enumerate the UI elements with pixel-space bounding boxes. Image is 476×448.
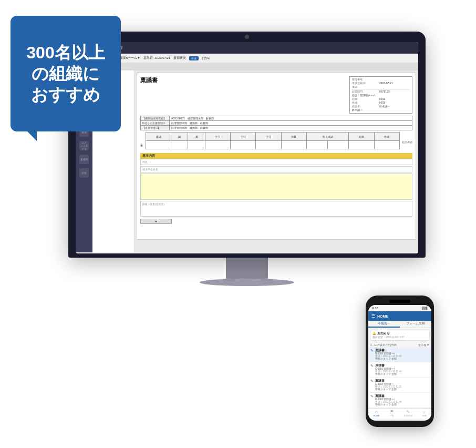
phone-bottom-nav: ⌂ HOME ☰ 一覧 ✎ 申請作成 ⌕ 検索 bbox=[368, 408, 431, 419]
status-badge: 作成 bbox=[189, 56, 199, 60]
ap-h5: 主任 bbox=[230, 133, 255, 141]
notes-field[interactable]: 特大不会付名 bbox=[140, 166, 412, 172]
monitor-stand-base bbox=[200, 279, 294, 286]
doc-meta-apply: 起票: k001 bbox=[352, 97, 410, 100]
list-item-0-title: 稟議書 bbox=[375, 349, 429, 352]
detail-notes: 詳細（任意/任意項） bbox=[140, 201, 412, 217]
content-textarea[interactable] bbox=[140, 174, 412, 200]
badge-line2: の組織に bbox=[32, 63, 100, 84]
phone-nav-search[interactable]: ⌕ 検索 bbox=[422, 410, 427, 417]
meta-date-value: 2023-07-21 bbox=[379, 82, 393, 85]
title-field[interactable]: 件名 | bbox=[140, 159, 412, 165]
ap-b5 bbox=[230, 141, 255, 149]
list-item-1-person: 管轄スタッフ 全部 bbox=[375, 373, 429, 375]
home-label: HOME bbox=[374, 414, 380, 417]
doc-meta-deptno: 起票部門: 8071123 bbox=[352, 90, 410, 93]
title-field-value: | bbox=[150, 160, 150, 164]
list-item-1-title: 見積書 bbox=[375, 364, 429, 368]
phone-notice: 🔔 お知らせ 最終更新：2022-12-06 14:57 bbox=[370, 330, 430, 341]
phone-notice-date: 最終更新：2022-12-06 14:57 bbox=[372, 336, 427, 339]
ap-b7 bbox=[281, 141, 306, 149]
meta-apply-label: 起票: bbox=[352, 97, 378, 100]
ap-b2 bbox=[171, 141, 188, 149]
scroll-indicator[interactable]: ▼ bbox=[140, 219, 172, 224]
meta-team-value: 担当：部課積チーム bbox=[352, 94, 376, 97]
ap-b3 bbox=[188, 141, 205, 149]
sidebar-share2-icon[interactable]: 共有 bbox=[79, 168, 89, 178]
meta-apply-value: k001 bbox=[379, 97, 385, 100]
doc-tabs: 基本と付付情 添付 bbox=[76, 63, 418, 70]
sidebar-icon-label8: 共有 bbox=[81, 171, 87, 175]
list-item-2-content: 稟議書 G-1363 管理者ー 申請：2022-11-12 13:01 管轄スタ… bbox=[375, 379, 429, 391]
doc-meta-person: 担当者: 鈴木誠一 bbox=[352, 105, 410, 108]
phone-nav-home[interactable]: ⌂ HOME bbox=[374, 410, 380, 417]
approval-section: 査査 稟議 認 稟 主任 主任 主任 bbox=[140, 132, 412, 151]
meta-person-label: 担当者: bbox=[352, 105, 378, 108]
list-item-0-content: 稟議書 G-1363 管理者ーi 申請：2022-11-12 13:44 管轄ス… bbox=[375, 349, 429, 360]
info-value-1: ABC-00001 経理管理本部 財務部 bbox=[170, 116, 412, 121]
phone-tabs: 今報告一 フォーム取得 bbox=[368, 321, 431, 328]
meta-date-label: 申請登録日: bbox=[352, 82, 378, 85]
phone-status-bar: 14:57 ▌▌▌ bbox=[368, 305, 431, 311]
info-row-2: D社との文書管理·2 経理管理本部 財務部 経財部 bbox=[141, 121, 412, 126]
status-field: 書類状況 bbox=[173, 56, 186, 60]
meta-approval-label: 承認: bbox=[352, 85, 378, 88]
ap-h9: 起票 bbox=[349, 133, 374, 141]
info-row-3: 【文書管理·2】 経理管理本部 財務部 経財部 bbox=[141, 126, 412, 130]
phone-list-item-0[interactable]: ✎ 稟議書 G-1363 管理者ーi 申請：2022-11-12 13:44 管… bbox=[368, 347, 431, 362]
detail-notes-label: 詳細（任意/任意項） bbox=[142, 202, 166, 206]
doc-meta-create: 作成: k001 bbox=[352, 101, 410, 104]
phone-signal: ▌▌▌ bbox=[422, 307, 428, 310]
phone-menu-icon[interactable]: ☰ bbox=[371, 314, 375, 319]
doc-meta-team: 担当：部課積チーム bbox=[352, 94, 410, 97]
list-item-3-person: 管轄スタッフ 全部 bbox=[375, 403, 429, 406]
meta-create-label: 作成: bbox=[352, 101, 378, 104]
doc-title-row: 稟議書 管理番号: 申請登録日: 2023-07-21 bbox=[140, 76, 412, 114]
sidebar-bookmark-icon[interactable]: 直接照 bbox=[79, 155, 89, 164]
promo-badge: 300名以上 の組織に おすすめ bbox=[11, 16, 121, 131]
phone-time: 14:57 bbox=[371, 307, 378, 310]
ap-h6: 主任 bbox=[256, 133, 281, 141]
phone-screen: 14:57 ▌▌▌ ☰ HOME 今報告一 フォーム取得 🔔 bbox=[368, 305, 431, 421]
ap-b9 bbox=[328, 141, 349, 149]
phone-app-header: ☰ HOME bbox=[368, 311, 431, 321]
sidebar-comment-icon[interactable]: コメント&メモ bbox=[79, 141, 89, 150]
phone-nav-list[interactable]: ☰ 一覧 bbox=[390, 410, 394, 417]
approval-body-row1 bbox=[146, 141, 400, 149]
list-item-3-content: 稟議書 G-1363 管理者ーi 申請：2022-11-12 13:44 管轄ス… bbox=[375, 394, 429, 406]
info-value-3: 経理管理本部 財務部 経財部 bbox=[170, 126, 412, 130]
ap-b1 bbox=[146, 141, 171, 149]
approval-right-label: 起点承認 bbox=[402, 140, 412, 144]
ap-b10 bbox=[349, 141, 374, 149]
info-label-3: 【文書管理·2】 bbox=[141, 126, 170, 130]
meta-creator-value: 鈴木誠一 bbox=[352, 108, 363, 111]
badge-line3: おすすめ bbox=[31, 84, 100, 105]
monitor-stand-neck bbox=[226, 258, 268, 279]
search-icon: ⌕ bbox=[423, 410, 426, 414]
phone-app-title: HOME bbox=[377, 314, 388, 318]
content-label: 基本内容 bbox=[140, 153, 412, 159]
doc-info-table: 【機関地域局長宛】 ABC-00001 経理管理本部 財務部 D社との文書管理·… bbox=[140, 116, 412, 130]
create-label: 申請作成 bbox=[404, 414, 412, 417]
notes-field-label: 特大不会付名 bbox=[142, 168, 158, 171]
phone-list-item-1[interactable]: ✎ 見積書 G-1363 管理者ーl 申請：2022-11-12 13:44 管… bbox=[368, 362, 431, 378]
list-item-2-icon: ✎ bbox=[370, 379, 374, 383]
section-range: 1 - 10件表示 / 合計5件 bbox=[370, 343, 397, 347]
phone-tab-inactive[interactable]: フォーム取得 bbox=[400, 321, 431, 328]
badge-line1: 300名以上 bbox=[26, 42, 105, 63]
list-item-3-title: 稟議書 bbox=[375, 394, 429, 398]
phone-nav-create[interactable]: ✎ 申請作成 bbox=[404, 410, 412, 417]
list-label-nav: 一覧 bbox=[390, 414, 394, 417]
phone-tab-active[interactable]: 今報告一 bbox=[368, 321, 400, 328]
doc-title: 稟議書 bbox=[140, 76, 158, 114]
monitor: ✓ 送信 □ 保存 作成者（u001）▼ 業務1B/2課業5チーム▼ 基準日: … bbox=[68, 32, 426, 284]
ap-h4: 主任 bbox=[205, 133, 230, 141]
doc-bottom: ▼ bbox=[140, 219, 412, 224]
phone-list-item-3[interactable]: ✎ 稟議書 G-1363 管理者ーi 申請：2022-11-12 13:44 管… bbox=[368, 393, 431, 408]
notice-icon: 🔔 bbox=[372, 332, 376, 335]
phone-list-item-2[interactable]: ✎ 稟議書 G-1363 管理者ー 申請：2022-11-12 13:01 管轄… bbox=[368, 378, 431, 393]
phone-notice-title: 🔔 お知らせ bbox=[372, 332, 427, 335]
screen-toolbar: 作成者（u001）▼ 業務1B/2課業5チーム▼ 基準日: 2023/07/21… bbox=[76, 54, 418, 63]
approval-table: 稟議 認 稟 主任 主任 主任 決裁 部長承認 起票 bbox=[146, 132, 400, 149]
list-label[interactable]: 全工程 ▼ bbox=[418, 343, 429, 347]
